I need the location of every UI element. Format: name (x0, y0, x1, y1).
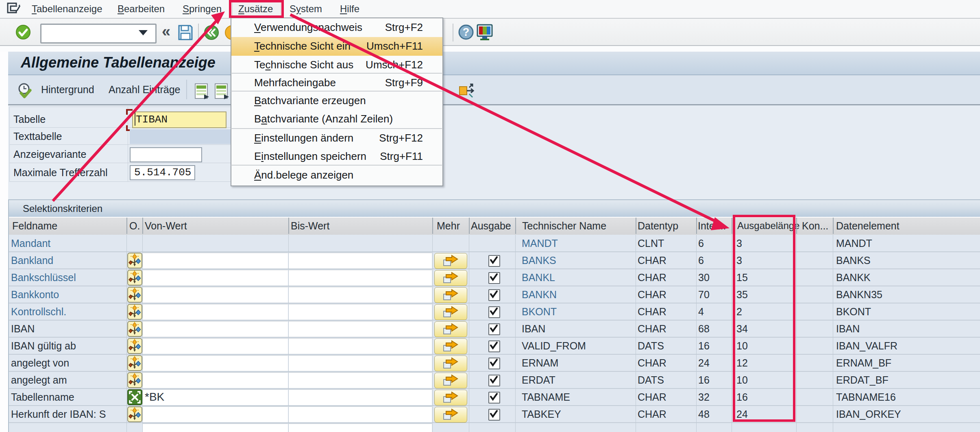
svg-text:?: ? (463, 26, 470, 38)
